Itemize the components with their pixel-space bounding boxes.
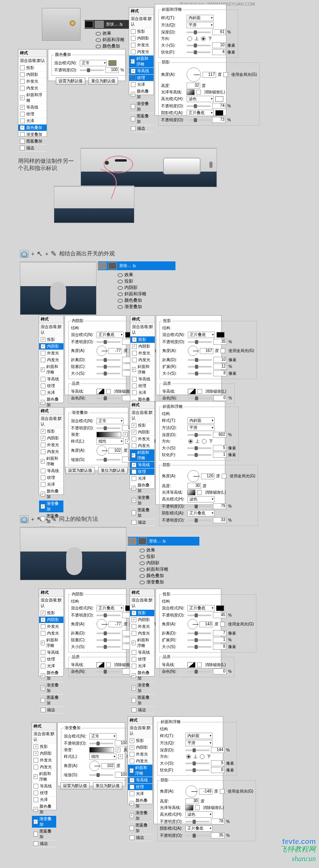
ellipse-tool-icon[interactable]: ◯ — [20, 250, 29, 258]
style-list-bevel2: 样式 混合选项:默认 ✓投影 ✓内阴影 外发光 内发光 ✓斜面和浮雕 ✓等高线 … — [130, 401, 155, 489]
direct-select-icon[interactable]: ↖ — [37, 249, 43, 258]
caption-1: 用同样的做法制作另一个孔和指示标识 — [18, 158, 78, 172]
switch-shape — [50, 282, 66, 310]
style-item[interactable]: 图案叠加 — [129, 113, 154, 125]
style-list-inner-shadow: 样式 混合选项:默认 ✓投影 ✓内阴影 外发光 内发光 ✓斜面和浮雕 等高线 纹… — [39, 315, 64, 403]
contour-swatch[interactable] — [187, 89, 195, 95]
gradient-settings: 渐变叠加 混合模式(N):正常 不透明度(O):100% 渐变:✓反向(R) 样… — [65, 407, 128, 471]
style-item[interactable]: 外发光 — [129, 42, 154, 49]
effects-list-3: 效果 投影 内阴影 斜面和浮雕 颜色叠加 渐变叠加 — [140, 547, 168, 585]
tool-row-2: ◯ + ↖ + ✎ 同上的绘制方法 — [20, 515, 98, 524]
bevel-technique-dd[interactable]: 平滑 — [187, 22, 214, 28]
style-list-inner-shadow-2: 样式 混合选项:默认 ✓投影 ✓内阴影 外发光 内发光 ✓斜面和浮雕 等高线 纹… — [39, 589, 64, 676]
tool-row-1: ◯ + ↖ + ✎ 相结合画出开关的外观 — [20, 249, 115, 258]
bevel-settings-2: 斜面和浮雕 结构 样式(T):内斜面 方法(Q):平滑 深度(D):602% 方… — [156, 401, 225, 505]
drop-shadow-settings-2: 投影 结构 混合模式(N):正片叠底 不透明度(O):45% 角度(A):143… — [156, 589, 221, 668]
style-list-grad: 样式 混合选项:默认 ✓投影 ✓内阴影 外发光 内发光 ✓斜面和浮雕 等高线 纹… — [39, 407, 64, 495]
style-list-bevel-3: 样式 混合选项:默认 ✓投影 ✓内阴影 外发光 内发光 ✓斜面和浮雕 ✓等高线 … — [128, 716, 153, 804]
global-cb[interactable] — [223, 72, 228, 77]
style-item-gradient[interactable]: ✓渐变叠加 — [39, 500, 63, 513]
dir-up[interactable] — [187, 36, 192, 41]
style-item-drop-shadow[interactable]: ✓投影 — [130, 336, 155, 343]
color-overlay-settings: 颜色叠加 混合模式(N):正常 不透明度(O):100% 设置为默认值 复位为默… — [48, 49, 126, 81]
style-item[interactable]: 内发光 — [129, 49, 154, 55]
style-item[interactable]: 光泽 — [129, 81, 154, 88]
direct-select-icon[interactable]: ↖ — [37, 515, 43, 524]
gradient-swatch[interactable] — [96, 432, 121, 437]
annotation-circle — [104, 156, 133, 173]
make-default-btn[interactable]: 设置为默认值 — [56, 77, 85, 85]
style-list-grad-2: 样式 混合选项:默认 ✓投影 ✓内阴影 外发光 内发光 ✓斜面和浮雕 等高线 纹… — [32, 722, 57, 810]
style-list-drop-shadow-2: 样式 混合选项:默认 ✓投影 ✓内阴影 外发光 内发光 ✓斜面和浮雕 等高线 纹… — [130, 589, 155, 676]
style-item[interactable]: 渐变叠加 — [129, 101, 154, 113]
style-item-color-overlay[interactable]: ✓颜色叠加 — [18, 125, 47, 131]
style-item-bevel[interactable]: ✓斜面和浮雕 — [129, 55, 154, 68]
layers-bar-3[interactable]: 形状… fx — [128, 537, 199, 546]
sensor-icon — [209, 162, 213, 168]
style-item[interactable]: 投影 — [129, 28, 154, 35]
style-item[interactable]: ✓等高线 — [129, 68, 154, 75]
bevel-settings-3: 斜面和浮雕 结构 样式(T):内斜面 方法(Q):平滑 深度(D):144% 方… — [154, 716, 223, 824]
drop-shadow-settings: 投影 结构 混合模式(N):正片叠底 不透明度(O):35% 角度(A):167… — [156, 315, 222, 395]
layers-bar-2[interactable]: 形状… fx — [98, 261, 175, 270]
soften-slider[interactable] — [187, 51, 211, 53]
watermark-shancun: shancun — [292, 855, 316, 863]
layer-label: 形状… — [106, 22, 118, 27]
group-bevel: 斜面和浮雕 — [161, 7, 183, 12]
style-item[interactable]: ✓颜色叠加 — [129, 88, 154, 101]
size-slider[interactable] — [187, 45, 211, 46]
layer-thumb — [95, 21, 104, 28]
style-item[interactable]: 内阴影 — [129, 35, 154, 42]
switch-shape — [66, 547, 82, 575]
reset-default-btn[interactable]: 复位为默认值 — [89, 77, 118, 85]
flash-window — [163, 158, 201, 174]
color-swatch[interactable] — [108, 60, 116, 66]
group-shading: 阴影 — [161, 59, 171, 65]
bevel-settings-panel: 斜面和浮雕 样式(T):内斜面 方法(Q):平滑 深度(D):61% 方向:上下… — [155, 4, 226, 116]
inner-shadow-settings-2: 内阴影 结构 混合模式(N):正片叠底 不透明度(O):68% 角度(A):-7… — [65, 589, 126, 668]
inner-shadow-settings: 内阴影 结构 混合模式(N):正片叠底 不透明度(O):45% 角度(A):-7… — [65, 315, 126, 395]
style-list-color: 样式 混合选项:默认 投影 内阴影 外发光 内发光 ✓斜面和浮雕 ✓等高线 纹理… — [18, 49, 47, 137]
bevel-style-dd[interactable]: 内斜面 — [187, 15, 214, 21]
style-item-inner-shadow[interactable]: ✓内阴影 — [39, 343, 63, 350]
style-list-bevel: 样式 混合选项:默认 投影 内阴影 外发光 内发光 ✓斜面和浮雕 ✓等高线 纹理… — [129, 7, 154, 95]
pen-tool-icon[interactable]: ✎ — [51, 515, 57, 524]
style-item[interactable]: 描边 — [129, 125, 154, 132]
camera-switch-view — [20, 261, 96, 315]
caption-2: 相结合画出开关的外观 — [59, 250, 115, 257]
dir-down[interactable] — [201, 36, 206, 41]
watermark-feite: 飞特教程网 — [280, 844, 316, 854]
effects-list-1: 效果 斜面和浮雕 颜色叠加 — [96, 30, 124, 49]
style-item[interactable]: 纹理 — [129, 75, 154, 81]
style-list-drop-shadow: 样式 混合选项:默认 ✓投影 ✓内阴影 外发光 内发光 ✓斜面和浮雕 等高线 纹… — [130, 315, 155, 403]
fx-label: fx — [120, 22, 123, 27]
ellipse-tool-icon[interactable]: ◯ — [20, 515, 29, 523]
layer-thumb — [85, 21, 93, 28]
camera-detail-thumb — [42, 8, 81, 41]
angle-wheel[interactable] — [187, 67, 201, 82]
camera-switch-view-2 — [20, 527, 126, 580]
gradient-settings-2: 渐变叠加 混合模式(N):正常 不透明度(O):100% 渐变:✓反向(R) 样… — [57, 722, 125, 786]
pen-tool-icon[interactable]: ✎ — [51, 249, 57, 258]
effects-list-2: 效果 投影 内阴影 斜面和浮雕 颜色叠加 渐变叠加 — [118, 271, 146, 310]
depth-val[interactable]: 61 — [212, 29, 226, 35]
eyelet-icon — [70, 20, 75, 26]
depth-slider[interactable] — [187, 32, 211, 33]
caption-3: 同上的绘制方法 — [59, 516, 98, 523]
